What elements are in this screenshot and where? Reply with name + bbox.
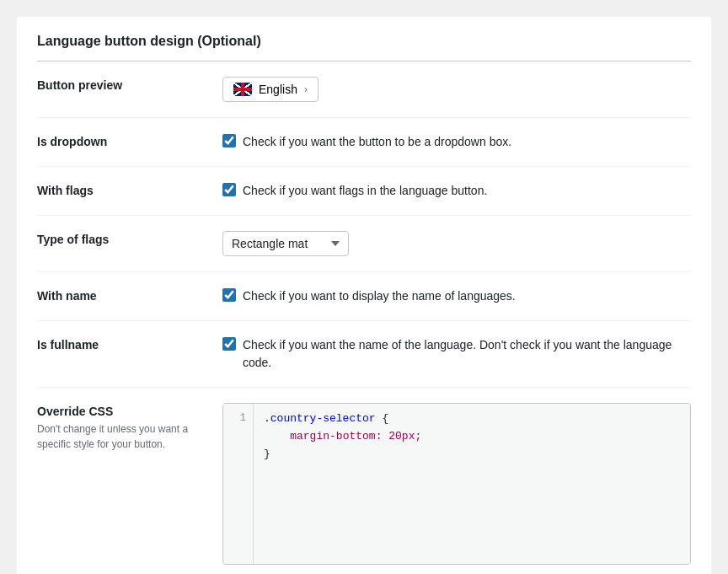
with-flags-label: With flags xyxy=(37,182,222,197)
button-preview-label: Button preview xyxy=(37,77,222,92)
language-button-preview[interactable]: English › xyxy=(222,77,318,102)
css-property: margin-bottom: 20px; xyxy=(290,430,421,443)
type-of-flags-label: Type of flags xyxy=(37,231,222,246)
css-close-brace: } xyxy=(264,448,270,460)
with-flags-checkbox-row: Check if you want flags in the language … xyxy=(222,182,487,200)
section-title: Language button design (Optional) xyxy=(37,34,691,49)
line-numbers: 1 xyxy=(223,404,254,564)
is-dropdown-checkbox[interactable] xyxy=(222,134,236,148)
css-code-editor[interactable]: 1 .country-selector { margin-bottom: 20p… xyxy=(222,403,691,565)
css-open-brace: { xyxy=(376,412,389,425)
with-name-content: Check if you want to display the name of… xyxy=(222,287,691,305)
with-name-description: Check if you want to display the name of… xyxy=(243,287,516,305)
code-editor-inner: 1 .country-selector { margin-bottom: 20p… xyxy=(223,404,690,564)
flag-icon-gb xyxy=(233,83,252,96)
with-name-label: With name xyxy=(37,287,222,303)
is-dropdown-label: Is dropdown xyxy=(37,133,222,148)
flag-type-select[interactable]: Rectangle mat Rectangle shiny Round xyxy=(222,231,349,256)
button-preview-row: Button preview English › xyxy=(37,62,691,118)
chevron-right-icon: › xyxy=(304,83,308,95)
with-name-row: With name Check if you want to display t… xyxy=(37,272,691,321)
type-of-flags-content: Rectangle mat Rectangle shiny Round xyxy=(222,231,691,256)
with-flags-checkbox[interactable] xyxy=(222,183,236,196)
is-dropdown-checkbox-row: Check if you want the button to be a dro… xyxy=(222,133,511,151)
override-css-label: Override CSS Don't change it unless you … xyxy=(37,403,222,452)
override-css-content: 1 .country-selector { margin-bottom: 20p… xyxy=(222,403,691,565)
button-preview-content: English › xyxy=(222,77,691,102)
with-flags-description: Check if you want flags in the language … xyxy=(243,182,487,200)
with-name-checkbox[interactable] xyxy=(222,288,236,302)
with-flags-row: With flags Check if you want flags in th… xyxy=(37,167,691,216)
is-fullname-content: Check if you want the name of the langua… xyxy=(222,336,691,372)
type-of-flags-row: Type of flags Rectangle mat Rectangle sh… xyxy=(37,216,691,272)
override-css-row: Override CSS Don't change it unless you … xyxy=(37,388,691,574)
with-flags-content: Check if you want flags in the language … xyxy=(222,182,691,200)
language-name: English xyxy=(259,83,297,96)
is-fullname-checkbox-row: Check if you want the name of the langua… xyxy=(222,336,691,372)
is-fullname-label: Is fullname xyxy=(37,336,222,351)
with-name-checkbox-row: Check if you want to display the name of… xyxy=(222,287,516,305)
is-dropdown-content: Check if you want the button to be a dro… xyxy=(222,133,691,151)
override-css-sublabel: Don't change it unless you want a specif… xyxy=(37,421,222,452)
is-fullname-row: Is fullname Check if you want the name o… xyxy=(37,321,691,388)
is-dropdown-description: Check if you want the button to be a dro… xyxy=(243,133,511,151)
settings-panel: Language button design (Optional) Button… xyxy=(17,17,711,574)
is-dropdown-row: Is dropdown Check if you want the button… xyxy=(37,118,691,167)
line-number-2 xyxy=(230,426,246,443)
css-selector: .country-selector xyxy=(264,412,376,425)
line-number-1: 1 xyxy=(230,410,246,426)
code-content: .country-selector { margin-bottom: 20px;… xyxy=(254,404,690,564)
line-number-3 xyxy=(230,443,246,459)
is-fullname-description: Check if you want the name of the langua… xyxy=(243,336,691,372)
is-fullname-checkbox[interactable] xyxy=(222,337,236,351)
